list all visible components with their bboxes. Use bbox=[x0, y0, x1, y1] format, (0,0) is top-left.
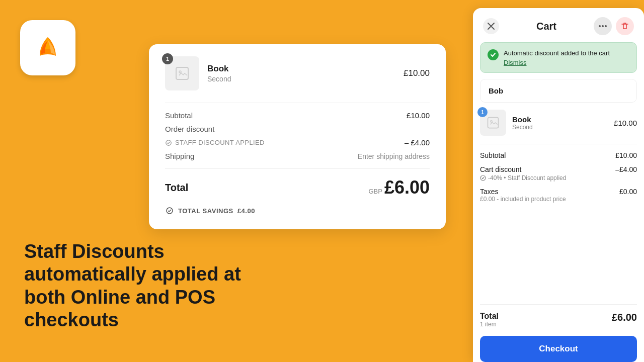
customer-section: Bob bbox=[480, 79, 637, 103]
close-button[interactable] bbox=[483, 18, 499, 34]
savings-row: TOTAL SAVINGS £4.00 bbox=[165, 206, 430, 215]
more-options-button[interactable] bbox=[594, 17, 612, 35]
success-icon bbox=[488, 49, 499, 60]
panel-item-row: 1 Book Second £10.00 bbox=[480, 110, 637, 136]
svg-point-2 bbox=[599, 25, 601, 27]
panel-item-price: £10.00 bbox=[614, 119, 637, 127]
shipping-value: Enter shipping address bbox=[358, 152, 430, 160]
panel-total-value: £6.00 bbox=[612, 312, 637, 323]
checkout-button[interactable]: Checkout bbox=[480, 336, 637, 362]
total-label: Total bbox=[165, 182, 188, 194]
shipping-row: Shipping Enter shipping address bbox=[165, 152, 430, 160]
panel-summary: Subtotal £10.00 Cart discount -40% • Sta… bbox=[480, 144, 637, 209]
notification-content: Automatic discount added to the cart Dis… bbox=[504, 49, 610, 66]
panel-discount-label: Cart discount bbox=[480, 165, 566, 173]
staff-discount-row: STAFF DISCOUNT APPLIED – £4.00 bbox=[165, 138, 430, 147]
svg-point-1 bbox=[179, 71, 181, 73]
staff-discount-value: – £4.00 bbox=[405, 138, 430, 147]
staff-discount-label: STAFF DISCOUNT APPLIED bbox=[165, 139, 265, 146]
item-name: Book bbox=[207, 64, 404, 74]
savings-value: £4.00 bbox=[237, 207, 255, 215]
panel-total-row: Total 1 item £6.00 bbox=[480, 312, 637, 328]
panel-total-section: Total 1 item £6.00 bbox=[480, 304, 637, 328]
panel-discount-sublabel: -40% • Staff Discount applied bbox=[480, 174, 566, 182]
panel-subtotal-label: Subtotal bbox=[480, 151, 506, 159]
panel-discount-row: Cart discount -40% • Staff Discount appl… bbox=[480, 165, 637, 182]
order-discount-label: Order discount bbox=[165, 125, 214, 133]
subtotal-row: Subtotal £10.00 bbox=[165, 111, 430, 120]
panel-taxes-label: Taxes bbox=[480, 188, 566, 196]
notification-banner: Automatic discount added to the cart Dis… bbox=[480, 42, 637, 73]
shipping-label: Shipping bbox=[165, 152, 194, 160]
subtotal-label: Subtotal bbox=[165, 111, 193, 120]
item-info: Book Second bbox=[207, 64, 404, 83]
order-discount-row: Order discount bbox=[165, 125, 430, 133]
panel-item-info: Book Second bbox=[512, 115, 614, 131]
svg-point-3 bbox=[602, 25, 604, 27]
large-cart-card: 1 Book Second £10.00 Subtotal £10.00 Ord… bbox=[149, 44, 446, 229]
panel-taxes-info: Taxes £0.00 - included in product price bbox=[480, 188, 566, 203]
app-icon bbox=[20, 20, 75, 75]
panel-total-sub: 1 item bbox=[480, 321, 499, 328]
svg-point-4 bbox=[605, 25, 607, 27]
cart-panel: Cart Automatic discount adde bbox=[473, 8, 644, 362]
delete-cart-button[interactable] bbox=[616, 17, 634, 35]
panel-total-label: Total bbox=[480, 312, 499, 321]
panel-total-info: Total 1 item bbox=[480, 312, 499, 328]
item-price: £10.00 bbox=[404, 68, 430, 78]
panel-item-name: Book bbox=[512, 115, 614, 124]
panel-taxes-value: £0.00 bbox=[619, 188, 637, 196]
panel-title: Cart bbox=[536, 21, 556, 32]
panel-header: Cart bbox=[473, 8, 644, 42]
dismiss-button[interactable]: Dismiss bbox=[504, 59, 527, 66]
subtotal-value: £10.00 bbox=[407, 111, 430, 120]
svg-point-6 bbox=[491, 121, 493, 123]
panel-taxes-row: Taxes £0.00 - included in product price … bbox=[480, 188, 637, 203]
marketing-text: Staff Discounts automatically applied at… bbox=[24, 240, 266, 332]
notification-text: Automatic discount added to the cart bbox=[504, 49, 610, 58]
item-row: 1 Book Second £10.00 bbox=[165, 56, 430, 90]
savings-label: TOTAL SAVINGS bbox=[178, 207, 233, 215]
panel-subtotal-row: Subtotal £10.00 bbox=[480, 151, 637, 159]
panel-discount-info: Cart discount -40% • Staff Discount appl… bbox=[480, 165, 566, 182]
total-row: Total GBP£6.00 bbox=[165, 177, 430, 198]
panel-item-variant: Second bbox=[512, 124, 614, 131]
panel-discount-value: –£4.00 bbox=[615, 165, 637, 173]
item-badge: 1 bbox=[162, 53, 173, 64]
panel-taxes-sub: £0.00 - included in product price bbox=[480, 196, 566, 203]
total-value: GBP£6.00 bbox=[368, 177, 430, 198]
panel-actions bbox=[594, 17, 634, 35]
customer-name: Bob bbox=[489, 86, 628, 95]
item-variant: Second bbox=[207, 75, 404, 83]
panel-subtotal-value: £10.00 bbox=[615, 151, 637, 159]
